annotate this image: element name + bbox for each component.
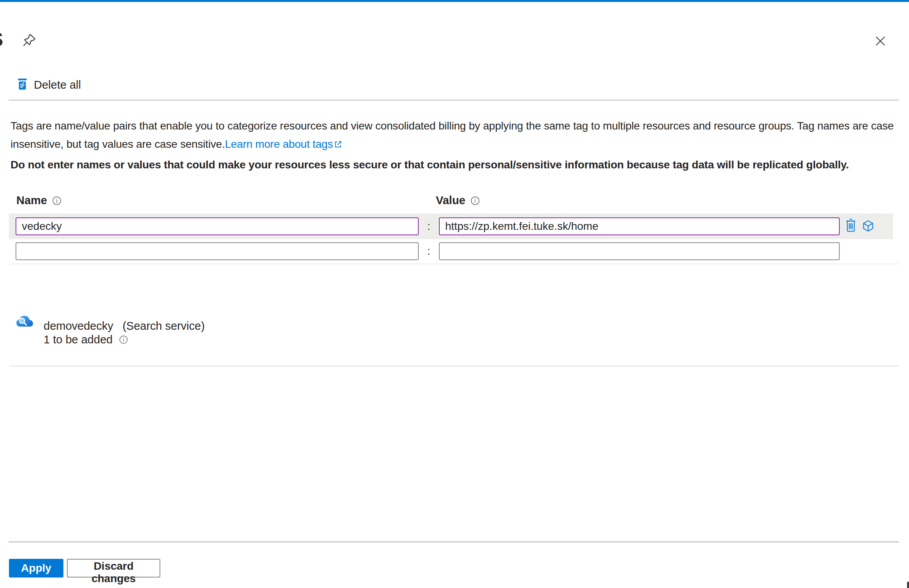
- rows-divider: [9, 263, 899, 264]
- separator: :: [424, 220, 434, 233]
- resource-status-row: 1 to be added: [44, 333, 128, 346]
- status-info-icon[interactable]: [119, 335, 128, 344]
- tag-name-input-2[interactable]: [16, 242, 419, 260]
- separator: :: [424, 245, 434, 257]
- resource-type: (Search service): [123, 320, 205, 332]
- value-header-label: Value: [436, 194, 465, 207]
- top-accent-bar: [0, 0, 909, 2]
- value-column-header: Value: [436, 194, 480, 207]
- delete-all-label: Delete all: [34, 79, 81, 91]
- resource-row: demovedecky (Search service): [44, 320, 205, 332]
- tag-value-input-1[interactable]: [439, 217, 840, 235]
- scrollbar-fragment[interactable]: [907, 582, 909, 588]
- external-link-icon: [333, 136, 342, 154]
- warning-text: Do not enter names or values that could …: [11, 159, 904, 171]
- close-icon[interactable]: [874, 35, 886, 49]
- delete-all-button[interactable]: Delete all: [17, 78, 81, 92]
- discard-changes-button[interactable]: Discard changes: [67, 559, 160, 578]
- name-column-header: Name: [16, 194, 61, 207]
- search-service-icon: [16, 313, 34, 331]
- delete-row-icon[interactable]: [844, 218, 857, 234]
- name-header-label: Name: [16, 194, 47, 207]
- delete-all-icon: [17, 78, 28, 92]
- resource-name: demovedecky: [44, 320, 113, 332]
- intro-text: Tags are name/value pairs that enable yo…: [11, 117, 904, 154]
- resource-cube-icon[interactable]: [862, 219, 875, 234]
- learn-more-link[interactable]: Learn more about tags: [225, 138, 333, 150]
- tag-value-input-2[interactable]: [439, 242, 840, 260]
- value-info-icon[interactable]: [470, 196, 480, 205]
- page-title: S: [0, 30, 5, 50]
- pin-icon[interactable]: [22, 33, 37, 49]
- section-divider: [10, 365, 899, 367]
- page-title-partial: S: [0, 30, 5, 49]
- apply-button[interactable]: Apply: [9, 559, 63, 578]
- resource-status: 1 to be added: [44, 333, 112, 346]
- name-info-icon[interactable]: [52, 196, 61, 205]
- toolbar-divider: [9, 100, 899, 101]
- intro-description: Tags are name/value pairs that enable yo…: [11, 120, 894, 150]
- footer-divider: [9, 541, 899, 542]
- tag-name-input-1[interactable]: [16, 217, 419, 235]
